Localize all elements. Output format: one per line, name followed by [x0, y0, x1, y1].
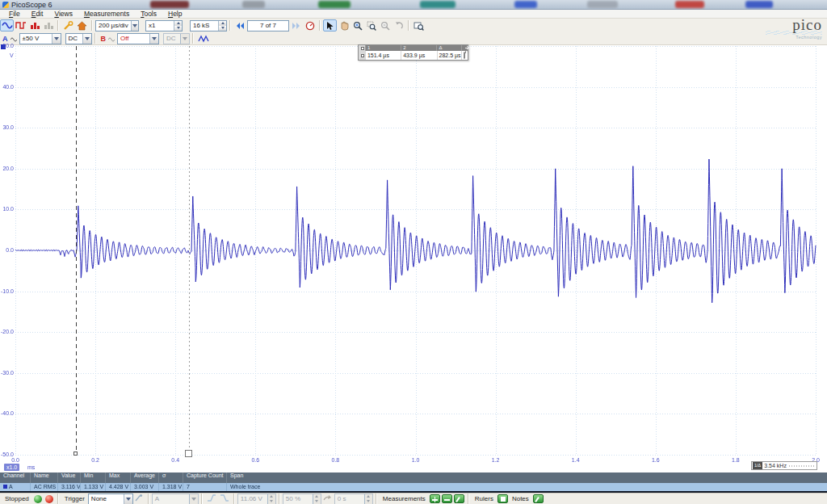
toolbar-separator	[192, 33, 194, 44]
stop-capture-button[interactable]	[45, 495, 53, 503]
frequency-legend[interactable]: 1/Δ 3.54 kHz	[751, 461, 817, 470]
menu-views[interactable]: Views	[48, 10, 78, 19]
persistence-view-button[interactable]	[27, 19, 41, 32]
zoom-factor-stepper[interactable]: x1	[145, 20, 183, 32]
ruler-drag-handle-icon[interactable]	[359, 45, 366, 51]
buffer-navigator-button[interactable]	[303, 19, 317, 32]
chevron-down-icon[interactable]	[52, 34, 61, 44]
rulers-settings-button[interactable]	[497, 494, 508, 503]
y-tick-label: -20.0	[0, 329, 14, 334]
chevron-down-icon[interactable]	[82, 34, 91, 44]
timebase-select[interactable]: 200 µs/div	[95, 20, 139, 32]
undo-zoom-button	[392, 19, 405, 32]
channel-b-wave-icon	[108, 32, 115, 46]
statusbar-separator	[468, 494, 469, 504]
background-window-artifact	[587, 1, 618, 8]
chevron-down-icon[interactable]	[124, 494, 132, 504]
menu-edit[interactable]: Edit	[26, 10, 49, 19]
pico-logo-subtext: Technology	[766, 35, 822, 40]
channel-b-button[interactable]: B	[101, 35, 107, 43]
menu-file[interactable]: File	[3, 10, 26, 19]
cell-value: 3.116 V	[58, 483, 81, 491]
col-header-channel[interactable]: Channel	[0, 472, 31, 483]
add-measurement-button[interactable]	[430, 494, 440, 503]
background-window-artifact	[675, 1, 704, 8]
trigger-delay-value: 0 s	[335, 494, 364, 504]
trigger-mode-select[interactable]: None	[88, 494, 133, 504]
time-ruler-1-handle[interactable]	[73, 452, 78, 456]
pre-trigger-stepper: 50 %	[283, 494, 321, 504]
signal-generator-button[interactable]	[196, 32, 210, 44]
col-header-average[interactable]: Average	[131, 472, 159, 483]
samples-stepper[interactable]: 16 kS	[190, 20, 227, 32]
menu-tools[interactable]: Tools	[135, 10, 162, 19]
channel-a-range-value: ±50 V	[20, 34, 52, 44]
x-zoom-badge[interactable]: x1.0	[4, 464, 19, 471]
statusbar-separator	[376, 494, 377, 504]
col-header-span[interactable]: Span	[227, 472, 827, 483]
channel-a-button[interactable]: A	[2, 35, 8, 43]
start-capture-button[interactable]	[34, 495, 42, 503]
ruler-col2-header: 2	[401, 45, 437, 51]
col-header-max[interactable]: Max	[106, 472, 131, 483]
col-header-capture-count[interactable]: Capture Count	[183, 472, 227, 483]
chevron-down-icon[interactable]	[149, 34, 158, 44]
title-bar[interactable]: PicoScope 6	[0, 0, 827, 10]
time-ruler-2[interactable]	[189, 46, 190, 455]
buffer-position-box[interactable]: 7 of 7	[247, 20, 289, 32]
buffer-first-button[interactable]	[233, 19, 247, 32]
y-tick-label: -10.0	[0, 288, 14, 294]
col-header-value[interactable]: Value	[58, 472, 81, 483]
statusbar-separator	[279, 494, 280, 504]
disabled-view-button	[41, 19, 55, 32]
channel-a-range-select[interactable]: ±50 V	[19, 33, 61, 44]
statusbar-separator	[148, 494, 149, 504]
spin-down-icon[interactable]	[219, 26, 226, 31]
frequency-legend-extra	[789, 465, 814, 467]
time-ruler-2-handle[interactable]	[185, 450, 192, 457]
waveform-canvas[interactable]	[0, 45, 827, 472]
zoom-out-tool-button	[378, 19, 392, 32]
scope-view-button[interactable]	[0, 19, 14, 32]
menu-measurements[interactable]: Measurements	[78, 10, 135, 19]
x-tick-label: 1.0	[404, 457, 428, 463]
zoom-in-tool-button[interactable]	[351, 19, 364, 32]
col-header-min[interactable]: Min	[81, 472, 106, 483]
zoom-overview-button[interactable]	[412, 19, 426, 32]
awg-wave-icon	[198, 35, 209, 43]
cell-average: 3.003 V	[131, 483, 159, 491]
time-ruler-1[interactable]	[76, 46, 77, 455]
marquee-zoom-tool-button[interactable]	[364, 19, 378, 32]
ruler-row-handle[interactable]	[359, 51, 366, 60]
channel-a-coupling-select[interactable]: DC	[65, 33, 92, 44]
cell-span: Whole trace	[227, 483, 827, 491]
measurements-table: Channel Name Value Min Max Average σ Cap…	[0, 472, 827, 493]
col-header-sigma[interactable]: σ	[159, 472, 183, 483]
spin-down-icon[interactable]	[174, 26, 182, 31]
delete-measurement-button[interactable]	[442, 494, 452, 503]
ruler-lock-cell[interactable]	[462, 51, 468, 60]
ruler-overlay-box[interactable]: 1 2 Δ 151.4 µs 433.9 µs 282.5 µs	[358, 44, 468, 61]
chevron-down-icon[interactable]	[131, 21, 138, 31]
y-tick-label: 40.0	[0, 84, 14, 90]
minimize-icon[interactable]	[464, 45, 465, 50]
cell-channel: A	[0, 483, 31, 491]
menu-help[interactable]: Help	[162, 10, 187, 19]
edit-measurement-button[interactable]	[454, 494, 464, 503]
background-window-artifact	[514, 1, 537, 8]
col-header-name[interactable]: Name	[31, 472, 58, 483]
setup-wizard-button[interactable]	[61, 19, 75, 32]
notes-button[interactable]	[533, 494, 544, 503]
trigger-level-stepper: 11.06 V	[237, 494, 276, 504]
background-window-artifact	[318, 1, 351, 8]
measurement-row[interactable]: A AC RMS 3.116 V 1.133 V 4.428 V 3.003 V…	[0, 483, 827, 491]
channel-b-range-select[interactable]: Off	[117, 33, 159, 44]
magnifier-minus-gray-icon	[380, 21, 390, 31]
home-settings-button[interactable]	[75, 19, 89, 32]
double-arrow-right-icon	[292, 22, 301, 30]
magnifier-plus-icon	[353, 21, 363, 31]
normal-select-tool-button[interactable]	[323, 19, 337, 32]
spectrum-view-button[interactable]	[14, 19, 27, 32]
hand-tool-button[interactable]	[337, 19, 351, 32]
channel-a-coupling-value: DC	[66, 34, 82, 44]
